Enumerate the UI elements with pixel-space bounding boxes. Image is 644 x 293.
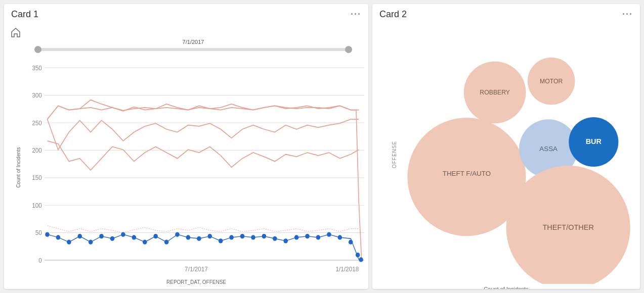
- svg-point-44: [316, 235, 321, 239]
- svg-point-30: [164, 240, 169, 245]
- card-1-title: Card 1: [11, 9, 38, 20]
- svg-point-28: [143, 240, 147, 245]
- svg-point-45: [327, 232, 331, 237]
- svg-point-25: [110, 236, 115, 241]
- svg-point-19: [45, 232, 50, 237]
- svg-text:150: 150: [32, 174, 42, 182]
- svg-point-41: [283, 238, 288, 243]
- svg-text:350: 350: [32, 64, 42, 72]
- card-2-body: OFFENSE ROBBERY MOTOR THEFT F/AUTO ASSA: [372, 23, 640, 289]
- svg-point-46: [338, 235, 342, 239]
- bubble-motor-label: MOTOR: [540, 78, 563, 85]
- slider-label: 7/1/2017: [183, 39, 204, 45]
- bubble-chart: OFFENSE ROBBERY MOTOR THEFT F/AUTO ASSA: [376, 25, 636, 289]
- bubble-assa-label: ASSA: [539, 145, 557, 153]
- y-axis-label: Count of Incidents: [16, 147, 21, 188]
- line-chart-svg: 350 300 250 200 150 100 50 0 7/1/2017 1/…: [28, 56, 364, 278]
- svg-point-40: [273, 236, 277, 241]
- svg-point-37: [240, 234, 245, 238]
- svg-point-38: [251, 235, 255, 239]
- svg-point-36: [229, 235, 234, 239]
- svg-text:200: 200: [32, 147, 42, 155]
- bubble-area: OFFENSE ROBBERY MOTOR THEFT F/AUTO ASSA: [376, 25, 636, 284]
- svg-text:1/1/2018: 1/1/2018: [335, 266, 359, 273]
- svg-point-22: [77, 234, 82, 238]
- svg-point-35: [219, 238, 223, 243]
- bubble-theft-fauto-label: THEFT F/AUTO: [443, 170, 491, 177]
- slider-left-handle[interactable]: [34, 46, 41, 53]
- bubble-x-axis-label: Count of Incidents: [376, 284, 636, 289]
- card-1-header: Card 1 ···: [4, 4, 368, 23]
- svg-text:250: 250: [32, 119, 42, 127]
- svg-text:50: 50: [35, 229, 42, 237]
- card-2-menu[interactable]: ···: [622, 9, 633, 20]
- card-1-menu[interactable]: ···: [351, 9, 361, 20]
- bubble-y-axis-label: OFFENSE: [392, 140, 397, 168]
- x-axis-label: REPORT_DAT, OFFENSE: [28, 279, 364, 285]
- slider-area: 7/1/2017: [22, 39, 364, 53]
- svg-point-43: [305, 234, 310, 238]
- card-1-body: 7/1/2017 Count of Incidents: [4, 23, 368, 289]
- slider-track[interactable]: [34, 48, 352, 51]
- svg-text:7/1/2017: 7/1/2017: [185, 266, 208, 273]
- svg-point-47: [349, 240, 353, 245]
- slider-right-handle[interactable]: [345, 46, 352, 53]
- card-2-title: Card 2: [379, 9, 407, 20]
- svg-point-31: [175, 232, 180, 237]
- svg-point-29: [153, 234, 158, 238]
- card-1: Card 1 ··· 7/1/2017 Co: [4, 4, 368, 289]
- svg-point-42: [294, 235, 299, 239]
- svg-point-27: [132, 235, 137, 239]
- svg-point-32: [186, 235, 191, 239]
- svg-point-21: [67, 240, 71, 245]
- svg-point-24: [99, 234, 104, 238]
- home-icon[interactable]: [10, 27, 21, 40]
- card-2-header: Card 2 ···: [372, 4, 640, 23]
- card-2: Card 2 ··· OFFENSE ROBBERY MOTOR THEFT F…: [372, 4, 640, 289]
- svg-point-20: [56, 235, 61, 239]
- bubble-svg: ROBBERY MOTOR THEFT F/AUTO ASSA BUR: [376, 25, 636, 284]
- svg-text:300: 300: [32, 92, 42, 100]
- chart-area-1: 7/1/2017 Count of Incidents: [8, 25, 364, 285]
- svg-point-23: [89, 240, 93, 245]
- bubble-theft-other-label: THEFT/OTHER: [542, 223, 593, 231]
- bubble-bur-label: BUR: [586, 137, 602, 145]
- svg-point-26: [121, 232, 125, 237]
- bubble-robbery-label: ROBBERY: [480, 89, 510, 96]
- svg-text:100: 100: [32, 202, 42, 209]
- svg-point-48: [356, 253, 360, 257]
- svg-text:0: 0: [38, 257, 42, 264]
- svg-point-39: [262, 234, 267, 238]
- svg-point-49: [359, 257, 363, 262]
- svg-point-33: [197, 236, 201, 241]
- svg-point-34: [207, 234, 212, 238]
